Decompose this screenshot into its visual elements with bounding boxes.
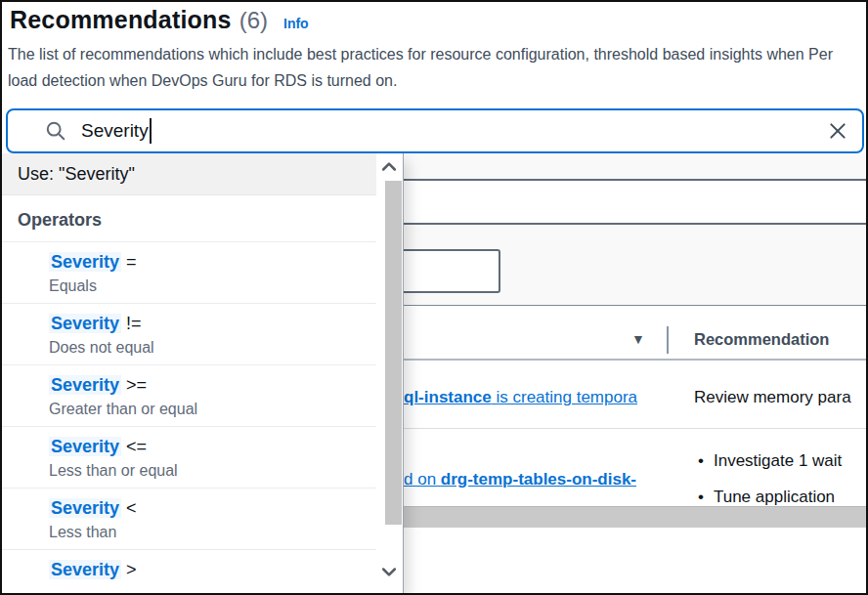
operator-field: Severity	[49, 314, 121, 333]
description-line-1: The list of recommendations which includ…	[8, 41, 866, 67]
operator-description: Greater than or equal	[49, 399, 367, 419]
operator-description	[49, 583, 367, 593]
operator-option-less-equal[interactable]: Severity<= Less than or equal	[2, 427, 376, 489]
operator-symbol: !=	[126, 314, 142, 333]
operator-option-not-equals[interactable]: Severity!= Does not equal	[2, 304, 376, 365]
operator-description: Does not equal	[49, 337, 367, 358]
insight-name: ql-instance	[404, 388, 492, 406]
insight-link-text: is creating tempora	[492, 388, 637, 406]
insight-name: drg-temp-tables-on-disk-	[441, 470, 636, 489]
item-count: (6)	[239, 7, 268, 34]
operator-description: Equals	[49, 276, 367, 296]
operator-option-equals[interactable]: Severity= Equals	[2, 242, 376, 304]
operator-option-greater-equal[interactable]: Severity>= Greater than or equal	[2, 365, 376, 427]
recommendation-column-header[interactable]: Recommendation	[694, 330, 829, 349]
clear-search-button[interactable]	[828, 121, 847, 141]
insight-link-text: d on	[404, 470, 441, 489]
recommendation-bullet: • Investigate 1 wait	[698, 451, 866, 471]
search-value: Severity	[81, 120, 149, 142]
operator-field: Severity	[49, 437, 121, 456]
operators-group-label: Operators	[2, 195, 376, 242]
x-icon	[828, 121, 847, 141]
operator-option-greater-than[interactable]: Severity>	[2, 550, 376, 593]
bullet-icon: •	[698, 451, 704, 471]
operator-symbol: <	[126, 498, 137, 518]
operator-field: Severity	[49, 252, 121, 272]
text-caret	[150, 118, 152, 144]
recommendations-page: Recommendations (6) Info The list of rec…	[0, 0, 868, 595]
sort-descending-icon[interactable]: ▼	[631, 331, 645, 347]
page-header: Recommendations (6) Info	[10, 6, 309, 34]
use-free-text-option[interactable]: Use: "Severity"	[2, 153, 376, 195]
operator-symbol: >=	[126, 375, 147, 395]
scrollbar-thumb[interactable]	[385, 181, 402, 525]
filter-token-box[interactable]	[393, 249, 500, 293]
page-description: The list of recommendations which includ…	[8, 41, 866, 98]
bullet-text: Investigate 1 wait	[714, 451, 842, 471]
filter-suggestions-dropdown: Use: "Severity" Operators Severity= Equa…	[2, 153, 404, 593]
page-title: Recommendations	[10, 6, 232, 34]
insight-link[interactable]: d on drg-temp-tables-on-disk-	[404, 470, 689, 489]
info-link[interactable]: Info	[283, 16, 309, 31]
vertical-scrollbar[interactable]	[376, 153, 403, 593]
description-line-2: load detection when DevOps Guru for RDS …	[8, 67, 866, 94]
filter-search-input[interactable]: Severity	[6, 108, 864, 153]
operator-symbol: >	[126, 560, 137, 579]
scroll-down-icon[interactable]	[379, 562, 399, 585]
column-divider[interactable]	[667, 326, 669, 354]
operator-option-less-than[interactable]: Severity< Less than	[2, 489, 376, 550]
operator-description: Less than	[49, 522, 367, 542]
recommendation-cell: Review memory para	[694, 388, 866, 407]
bullet-text: Tune application	[714, 488, 835, 507]
operator-symbol: <=	[126, 437, 147, 456]
operator-field: Severity	[49, 498, 121, 518]
operator-description: Less than or equal	[49, 460, 367, 481]
operator-symbol: =	[126, 252, 137, 272]
search-icon	[45, 120, 66, 142]
scroll-up-icon[interactable]	[379, 157, 399, 181]
operator-field: Severity	[49, 560, 121, 579]
bullet-icon: •	[698, 488, 704, 507]
insight-link[interactable]: ql-instance is creating tempora	[404, 388, 689, 407]
recommendation-bullet: • Tune application	[698, 488, 866, 507]
operator-field: Severity	[49, 375, 121, 395]
